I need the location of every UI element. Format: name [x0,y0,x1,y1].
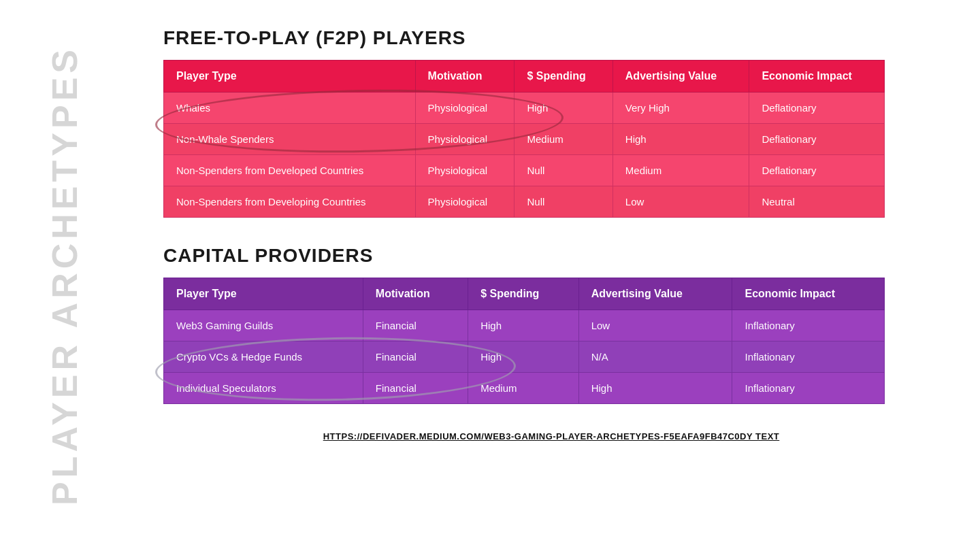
f2p-col-player-type: Player Type [164,61,416,93]
capital-cell: Financial [363,341,468,373]
f2p-col-spending: $ Spending [514,61,612,93]
f2p-table-body: WhalesPhysiologicalHighVery HighDeflatio… [164,93,885,218]
capital-cell: High [578,373,732,404]
capital-cell: N/A [578,341,732,373]
f2p-col-economic: Economic Impact [749,61,885,93]
vertical-label-container: PLAYER ARCHETYPES [0,0,129,551]
f2p-table-row: Non-Spenders from Developing CountriesPh… [164,186,885,218]
capital-col-player-type: Player Type [164,278,363,310]
capital-header-row: Player Type Motivation $ Spending Advert… [164,278,885,310]
f2p-section: FREE-TO-PLAY (F2P) PLAYERS Player Type M… [163,27,939,218]
f2p-col-ad-value: Advertising Value [612,61,749,93]
f2p-cell: Physiological [415,155,514,186]
f2p-cell: Low [612,186,749,218]
f2p-cell: Whales [164,93,416,124]
capital-cell: Medium [468,373,579,404]
f2p-cell: Very High [612,93,749,124]
capital-table: Player Type Motivation $ Spending Advert… [163,278,885,404]
f2p-table: Player Type Motivation $ Spending Advert… [163,60,885,218]
capital-section: CAPITAL PROVIDERS Player Type Motivation… [163,245,939,404]
f2p-title: FREE-TO-PLAY (F2P) PLAYERS [163,27,939,49]
f2p-cell: Physiological [415,186,514,218]
capital-cell: Financial [363,373,468,404]
capital-table-row: Web3 Gaming GuildsFinancialHighLowInflat… [164,310,885,341]
f2p-cell: Deflationary [749,93,885,124]
capital-cell: Inflationary [732,341,885,373]
capital-cell: Financial [363,310,468,341]
f2p-table-row: Non-Whale SpendersPhysiologicalMediumHig… [164,124,885,155]
capital-cell: Inflationary [732,373,885,404]
f2p-cell: Non-Spenders from Developed Countries [164,155,416,186]
f2p-cell: Non-Spenders from Developing Countries [164,186,416,218]
f2p-cell: Null [514,155,612,186]
f2p-table-row: Non-Spenders from Developed CountriesPhy… [164,155,885,186]
capital-title: CAPITAL PROVIDERS [163,245,939,267]
capital-table-row: Individual SpeculatorsFinancialMediumHig… [164,373,885,404]
capital-cell: Web3 Gaming Guilds [164,310,363,341]
f2p-header-row: Player Type Motivation $ Spending Advert… [164,61,885,93]
f2p-cell: Deflationary [749,124,885,155]
f2p-cell: Physiological [415,124,514,155]
f2p-table-row: WhalesPhysiologicalHighVery HighDeflatio… [164,93,885,124]
capital-cell: High [468,341,579,373]
f2p-cell: Medium [514,124,612,155]
capital-cell: High [468,310,579,341]
vertical-label: PLAYER ARCHETYPES [44,46,85,505]
f2p-cell: Neutral [749,186,885,218]
f2p-table-container: Player Type Motivation $ Spending Advert… [163,60,939,218]
capital-cell: Inflationary [732,310,885,341]
capital-cell: Individual Speculators [164,373,363,404]
f2p-col-motivation: Motivation [415,61,514,93]
f2p-cell: High [612,124,749,155]
capital-col-motivation: Motivation [363,278,468,310]
capital-cell: Low [578,310,732,341]
f2p-cell: Null [514,186,612,218]
capital-col-ad-value: Advertising Value [578,278,732,310]
f2p-cell: High [514,93,612,124]
f2p-cell: Medium [612,155,749,186]
capital-table-body: Web3 Gaming GuildsFinancialHighLowInflat… [164,310,885,404]
capital-cell: Crypto VCs & Hedge Funds [164,341,363,373]
f2p-cell: Physiological [415,93,514,124]
capital-table-row: Crypto VCs & Hedge FundsFinancialHighN/A… [164,341,885,373]
page-container: PLAYER ARCHETYPES FREE-TO-PLAY (F2P) PLA… [0,0,980,551]
main-content: FREE-TO-PLAY (F2P) PLAYERS Player Type M… [136,0,980,551]
capital-col-economic: Economic Impact [732,278,885,310]
f2p-cell: Deflationary [749,155,885,186]
f2p-cell: Non-Whale Spenders [164,124,416,155]
capital-table-container: Player Type Motivation $ Spending Advert… [163,278,939,404]
capital-col-spending: $ Spending [468,278,579,310]
footer-link[interactable]: HTTPS://DEFIVADER.MEDIUM.COM/WEB3-GAMING… [163,431,939,441]
